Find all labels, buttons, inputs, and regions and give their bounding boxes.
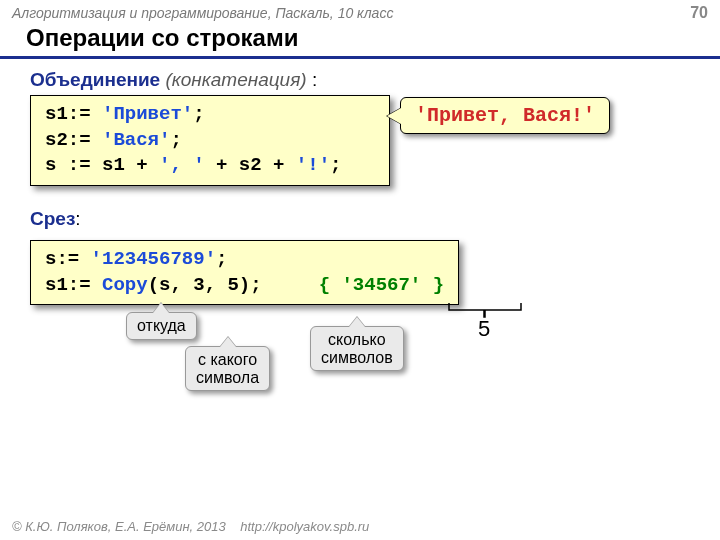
note-how-many: сколько символов bbox=[310, 326, 404, 371]
page-number: 70 bbox=[690, 4, 708, 22]
code-slice: s:= '123456789'; s1:= Copy(s, 3, 5); { '… bbox=[30, 240, 459, 305]
result-callout: 'Привет, Вася!' bbox=[400, 97, 610, 134]
code-concat: s1:= 'Привет'; s2:= 'Вася'; s := s1 + ',… bbox=[30, 95, 390, 186]
section-concat-heading: Объединение (конкатенация) : bbox=[30, 69, 696, 91]
course-name: Алгоритмизация и программирование, Паска… bbox=[12, 5, 393, 21]
footer-url: http://kpolyakov.spb.ru bbox=[240, 519, 369, 534]
note-which-char: с какого символа bbox=[185, 346, 270, 391]
note-from: откуда bbox=[126, 312, 197, 340]
page-title: Операции со строками bbox=[0, 22, 720, 59]
section-slice-heading: Срез: bbox=[30, 208, 696, 230]
bracket-label-5: 5 bbox=[478, 316, 490, 342]
footer: © К.Ю. Поляков, Е.А. Ерёмин, 2013 http:/… bbox=[12, 519, 369, 534]
